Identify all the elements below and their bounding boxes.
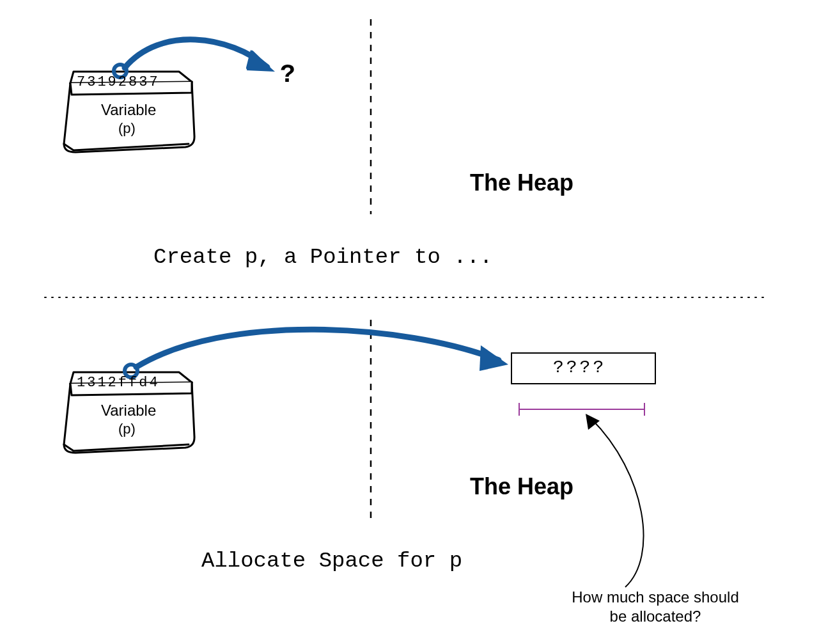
variable-value-bottom: 1312ffd4 [77, 375, 160, 391]
size-bracket [519, 403, 644, 416]
variable-label-top-2: (p) [118, 120, 136, 137]
annotation-arrow [591, 419, 644, 587]
pointer-target-top: ? [280, 61, 295, 90]
heap-cell-value: ???? [553, 357, 606, 377]
caption-top: Create p, a Pointer to ... [153, 245, 493, 269]
annotation-line-1: How much space should [550, 588, 761, 606]
heap-label-top: The Heap [470, 169, 573, 196]
pointer-arrow-top [125, 40, 267, 68]
variable-value-top: 73192837 [77, 74, 160, 90]
variable-label-top-1: Variable [101, 101, 156, 119]
annotation-line-2: be allocated? [550, 608, 761, 625]
diagram-canvas [0, 0, 819, 644]
pointer-arrow-bottom [136, 329, 499, 367]
pointer-arrowhead-top-fill [247, 50, 275, 72]
annotation-arrowhead [586, 414, 600, 430]
heap-label-bottom: The Heap [470, 473, 573, 500]
variable-label-bottom-2: (p) [118, 421, 136, 437]
variable-label-bottom-1: Variable [101, 402, 156, 420]
caption-bottom: Allocate Space for p [201, 549, 462, 573]
pointer-arrowhead-bottom [480, 345, 508, 371]
